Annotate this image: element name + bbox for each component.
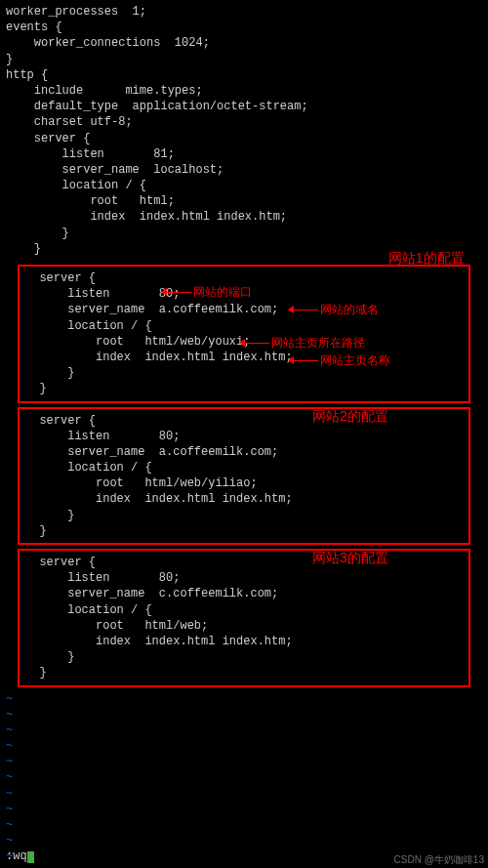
watermark: CSDN @牛奶咖啡13: [394, 853, 484, 867]
line: server_name localhost;: [6, 163, 224, 177]
line: }: [6, 53, 13, 66]
line: index index.html index.htm;: [25, 492, 293, 506]
line: index index.html index.htm;: [6, 210, 287, 224]
line: location / {: [25, 319, 152, 333]
line: listen 81;: [6, 147, 175, 161]
line: root html/web/youxi;: [25, 335, 250, 349]
line: worker_processes 1;: [6, 5, 146, 19]
line: events {: [6, 21, 62, 34]
line: http {: [6, 68, 48, 82]
line: listen 80;: [25, 571, 180, 585]
line: server_name a.coffeemilk.com;: [25, 445, 278, 459]
line: }: [25, 666, 47, 680]
line: }: [25, 509, 74, 522]
site3-box: 网站3的配置 server { listen 80; server_name c…: [18, 549, 470, 687]
site2-box: 网站2的配置 server { listen 80; server_name a…: [18, 407, 470, 546]
line: }: [25, 366, 74, 380]
line: location / {: [6, 179, 146, 192]
line: }: [25, 650, 74, 664]
site1-label: 网站1的配置: [388, 249, 465, 268]
arrow-root: 网站主页所在路径: [244, 335, 365, 351]
line: include mime.types;: [6, 84, 203, 98]
arrow-domain: 网站的域名: [293, 302, 379, 317]
line: }: [25, 382, 47, 395]
site2-config: server { listen 80; server_name a.coffee…: [20, 409, 468, 544]
arrow-port: 网站的端口: [166, 284, 252, 300]
line: server {: [6, 132, 90, 145]
line: }: [6, 227, 69, 240]
vim-command-line[interactable]: :wq: [6, 848, 34, 864]
site3-label: 网站3的配置: [312, 549, 388, 567]
line: location / {: [25, 461, 152, 475]
line: server {: [25, 556, 96, 569]
line: listen 80;: [25, 287, 180, 301]
line: index index.html index.htm;: [25, 351, 293, 364]
line: root html;: [6, 194, 175, 208]
line: location / {: [25, 603, 152, 617]
site2-label: 网站2的配置: [312, 407, 388, 426]
line: }: [6, 242, 41, 256]
line: server {: [25, 271, 96, 285]
site3-config: server { listen 80; server_name c.coffee…: [20, 551, 468, 685]
site1-box: 网站1的配置 server { listen 80; server_name a…: [18, 265, 470, 403]
vim-tildes: ~ ~ ~ ~ ~ ~ ~ ~ ~ ~ ~ ~ ~ ~: [0, 691, 488, 869]
line: default_type application/octet-stream;: [6, 100, 308, 113]
config-top: worker_processes 1; events { worker_conn…: [0, 0, 488, 261]
command-text: :wq: [6, 849, 27, 863]
line: root html/web/yiliao;: [25, 476, 258, 490]
line: listen 80;: [25, 430, 180, 443]
cursor: [27, 851, 34, 863]
line: index index.html index.htm;: [25, 635, 293, 648]
line: server_name c.coffeemilk.com;: [25, 587, 278, 600]
line: }: [25, 524, 47, 538]
line: root html/web;: [25, 619, 208, 633]
line: charset utf-8;: [6, 115, 133, 129]
line: worker_connections 1024;: [6, 36, 210, 50]
line: server_name a.coffeemilk.com;: [25, 303, 278, 316]
arrow-index: 网站主页名称: [293, 352, 390, 368]
line: server {: [25, 414, 96, 428]
